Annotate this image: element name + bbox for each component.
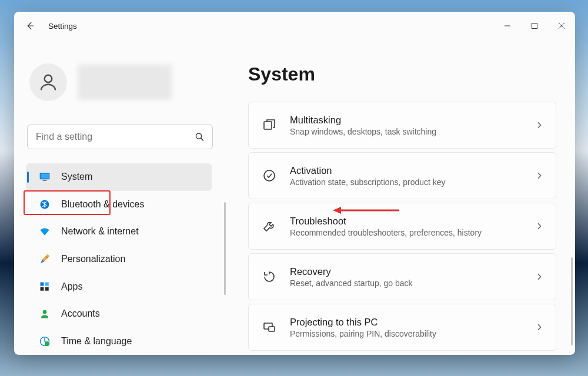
chevron-right-icon xyxy=(534,120,544,130)
svg-point-17 xyxy=(264,170,275,181)
card-subtitle: Recommended troubleshooters, preferences… xyxy=(290,228,522,237)
svg-rect-7 xyxy=(43,180,47,181)
settings-window: Settings xyxy=(14,12,575,355)
search-wrap xyxy=(27,125,213,149)
card-title: Activation xyxy=(290,165,522,176)
nav-item-bluetooth[interactable]: Bluetooth & devices xyxy=(26,191,212,219)
search-icon xyxy=(195,132,205,142)
svg-point-13 xyxy=(43,310,47,314)
multitasking-icon xyxy=(262,118,277,133)
profile-block[interactable] xyxy=(26,63,226,101)
svg-rect-12 xyxy=(45,287,49,290)
nav-label: Personalization xyxy=(61,254,125,264)
titlebar: Settings xyxy=(14,12,575,40)
card-title: Multitasking xyxy=(290,115,522,126)
card-text: Projecting to this PC Permissions, pairi… xyxy=(290,317,522,338)
settings-list: Multitasking Snap windows, desktops, tas… xyxy=(248,102,559,351)
card-subtitle: Activation state, subscriptions, product… xyxy=(290,177,522,187)
close-button[interactable] xyxy=(548,14,575,38)
card-text: Multitasking Snap windows, desktops, tas… xyxy=(290,115,522,136)
nav-label: Accounts xyxy=(61,308,100,319)
nav-item-time-language[interactable]: Time & language xyxy=(26,327,212,355)
main-scrollbar[interactable] xyxy=(571,257,573,345)
nav-label: Time & language xyxy=(61,336,132,347)
chevron-right-icon xyxy=(534,171,544,180)
card-activation[interactable]: Activation Activation state, subscriptio… xyxy=(248,152,556,199)
wrench-icon xyxy=(262,219,277,234)
svg-rect-10 xyxy=(45,282,49,286)
nav-label: Apps xyxy=(61,281,82,292)
bluetooth-icon xyxy=(39,199,51,210)
svg-rect-9 xyxy=(41,282,44,286)
search-input[interactable] xyxy=(27,125,213,149)
chevron-right-icon xyxy=(534,323,544,332)
nav-item-accounts[interactable]: Accounts xyxy=(26,300,212,328)
card-text: Recovery Reset, advanced startup, go bac… xyxy=(290,266,522,288)
back-button[interactable] xyxy=(25,21,35,31)
nav-item-network[interactable]: Network & internet xyxy=(26,218,212,246)
card-recovery[interactable]: Recovery Reset, advanced startup, go bac… xyxy=(248,253,556,300)
svg-rect-11 xyxy=(41,287,44,290)
wifi-icon xyxy=(39,226,51,237)
card-subtitle: Permissions, pairing PIN, discoverabilit… xyxy=(290,329,522,338)
card-title: Recovery xyxy=(290,266,522,277)
profile-name-redacted xyxy=(78,65,172,100)
page-title: System xyxy=(248,63,559,85)
nav-item-apps[interactable]: Apps xyxy=(26,273,212,300)
svg-line-4 xyxy=(201,138,203,140)
nav-item-personalization[interactable]: Personalization xyxy=(26,246,212,273)
chevron-right-icon xyxy=(534,221,544,231)
display-icon xyxy=(39,171,51,183)
card-title: Troubleshoot xyxy=(290,216,522,227)
paintbrush-icon xyxy=(39,253,51,265)
nav-item-system[interactable]: System xyxy=(26,163,212,191)
svg-point-3 xyxy=(196,133,201,139)
nav-label: Network & internet xyxy=(61,226,139,237)
card-title: Projecting to this PC xyxy=(290,317,522,328)
svg-rect-1 xyxy=(532,24,537,29)
card-troubleshoot[interactable]: Troubleshoot Recommended troubleshooters… xyxy=(248,203,556,250)
nav-label: Bluetooth & devices xyxy=(61,199,144,210)
person-icon xyxy=(39,308,51,320)
recovery-icon xyxy=(262,269,277,284)
sidebar: System Bluetooth & devices Network & int… xyxy=(14,40,226,355)
svg-point-15 xyxy=(45,341,49,346)
window-controls xyxy=(494,14,575,38)
avatar xyxy=(29,63,67,101)
chevron-right-icon xyxy=(534,272,544,281)
projecting-icon xyxy=(262,320,277,335)
nav-label: System xyxy=(61,172,92,182)
svg-point-8 xyxy=(41,200,49,209)
card-subtitle: Reset, advanced startup, go back xyxy=(290,278,522,288)
check-circle-icon xyxy=(262,168,277,183)
card-text: Troubleshoot Recommended troubleshooters… xyxy=(290,216,522,237)
nav-list: System Bluetooth & devices Network & int… xyxy=(26,163,225,355)
svg-rect-19 xyxy=(269,327,275,331)
maximize-button[interactable] xyxy=(521,14,548,38)
card-multitasking[interactable]: Multitasking Snap windows, desktops, tas… xyxy=(248,102,556,149)
svg-point-2 xyxy=(45,75,52,83)
svg-rect-6 xyxy=(41,174,49,179)
minimize-button[interactable] xyxy=(494,14,521,38)
apps-icon xyxy=(39,281,51,293)
card-subtitle: Snap windows, desktops, task switching xyxy=(290,127,522,136)
svg-rect-16 xyxy=(264,122,272,129)
content: System Bluetooth & devices Network & int… xyxy=(14,40,575,355)
window-title: Settings xyxy=(48,22,77,31)
card-text: Activation Activation state, subscriptio… xyxy=(290,165,522,187)
main-panel: System Multitasking Snap windows, deskto… xyxy=(226,40,575,355)
titlebar-left: Settings xyxy=(25,21,77,31)
card-projecting[interactable]: Projecting to this PC Permissions, pairi… xyxy=(248,304,556,351)
globe-clock-icon xyxy=(39,335,51,347)
